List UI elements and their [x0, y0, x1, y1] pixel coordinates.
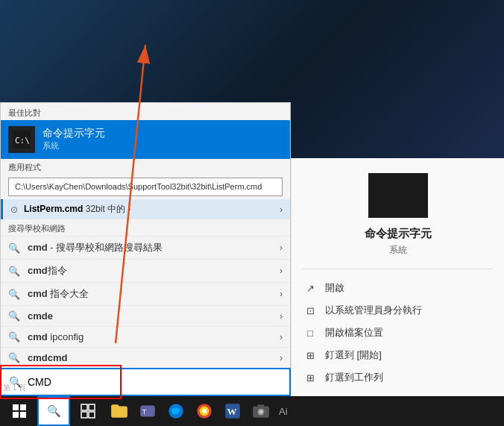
svg-point-18: [259, 410, 262, 413]
detail-app-icon: [368, 173, 428, 218]
chevron-5: ›: [280, 353, 283, 363]
best-match-subtitle: 系統: [42, 140, 105, 151]
best-match-text: 命令提示字元 系統: [42, 127, 105, 151]
best-match-title: 命令提示字元: [42, 127, 105, 140]
detail-action-file-location[interactable]: □ 開啟檔案位置: [303, 322, 493, 344]
detail-title: 命令提示字元: [365, 227, 432, 241]
web-section-label: 搜尋學校和網路: [1, 219, 290, 236]
detail-divider: [303, 269, 493, 269]
detail-action-pin-taskbar-label: 釘選到工作列: [325, 371, 383, 384]
chevron-0: ›: [280, 242, 283, 253]
search-icon-1: 🔍: [8, 266, 20, 277]
taskbar-start-button[interactable]: [3, 396, 36, 426]
edge-icon: [166, 401, 186, 421]
detail-action-admin[interactable]: ⊡ 以系統管理員身分執行: [303, 299, 493, 322]
chevron-2: ›: [280, 289, 283, 299]
listperm-row[interactable]: ⊙ ListPerm.cmd 32bit 中的 - ›: [1, 199, 290, 219]
app-section-label: 應用程式: [1, 159, 290, 175]
best-match-label: 最佳比對: [1, 103, 290, 120]
svg-rect-19: [258, 404, 265, 407]
chevron-3: ›: [280, 311, 283, 322]
path-box: C:\Users\KayChen\Downloads\SupportTool32…: [8, 178, 283, 196]
taskbar-search-bar[interactable]: 🔍: [0, 368, 291, 396]
search-result-4[interactable]: 🔍 cmd ipconfig ›: [1, 326, 290, 347]
chrome-icon: [195, 401, 214, 421]
search-result-2[interactable]: 🔍 cmd 指令大全 ›: [1, 282, 290, 305]
detail-action-open-label: 開啟: [325, 281, 344, 295]
best-match-item[interactable]: C:\ 命令提示字元 系統: [1, 120, 290, 159]
search-result-5[interactable]: 🔍 cmdcmd ›: [1, 347, 290, 368]
cmd-icon-small: C:\: [8, 126, 35, 153]
taskbar-search-button[interactable]: 🔍: [37, 396, 70, 426]
taskbar: 🔍 T: [0, 396, 504, 426]
svg-point-13: [202, 409, 207, 414]
detail-panel: 命令提示字元 系統 ↗ 開啟 ⊡ 以系統管理員身分執行 □ 開啟檔案位置 ⊞ 釘…: [291, 158, 504, 396]
task-view-icon: [81, 404, 95, 419]
search-icon-0: 🔍: [8, 242, 20, 254]
search-result-text-2: cmd 指令大全: [28, 287, 89, 301]
svg-rect-6: [81, 412, 87, 418]
svg-text:W: W: [227, 406, 236, 417]
pin-taskbar-icon: ⊞: [303, 372, 318, 383]
chevron-1: ›: [280, 266, 283, 276]
taskbar-task-view-button[interactable]: [72, 396, 104, 426]
detail-action-pin-start-label: 釘選到 [開始]: [325, 348, 382, 362]
listperm-icon: ⊙: [10, 204, 18, 215]
search-result-0[interactable]: 🔍 cmd - 搜尋學校和網路搜尋結果 ›: [1, 236, 290, 259]
svg-rect-5: [89, 404, 95, 410]
search-result-text-3: cmde: [28, 310, 53, 322]
search-result-text-0: cmd - 搜尋學校和網路搜尋結果: [28, 241, 163, 254]
admin-icon: ⊡: [303, 305, 318, 316]
taskbar-edge[interactable]: [163, 398, 189, 425]
detail-action-admin-label: 以系統管理員身分執行: [325, 304, 422, 317]
search-result-text-5: cmdcmd: [28, 352, 67, 363]
ai-label: Ai: [279, 406, 288, 417]
folder-icon: [110, 401, 129, 421]
camera-icon: [251, 401, 271, 421]
listperm-name: ListPerm.cmd: [24, 204, 83, 214]
search-result-text-4: cmd ipconfig: [28, 331, 84, 342]
pin-start-icon: ⊞: [303, 350, 318, 361]
detail-action-open[interactable]: ↗ 開啟: [303, 277, 493, 299]
search-input[interactable]: [28, 376, 282, 388]
search-icon-4: 🔍: [8, 331, 20, 342]
detail-action-file-label: 開啟檔案位置: [325, 326, 383, 339]
search-result-1[interactable]: 🔍 cmd指令 ›: [1, 259, 290, 282]
listperm-chevron: ›: [280, 204, 283, 215]
taskbar-chrome[interactable]: [191, 398, 218, 425]
search-result-3[interactable]: 🔍 cmde ›: [1, 305, 290, 326]
desktop: 命令提示字元 系統 ↗ 開啟 ⊡ 以系統管理員身分執行 □ 開啟檔案位置 ⊞ 釘…: [0, 0, 504, 426]
chevron-4: ›: [280, 332, 283, 342]
search-icon-5: 🔍: [8, 352, 20, 363]
svg-text:T: T: [142, 407, 146, 416]
search-result-text-1: cmd指令: [28, 264, 67, 278]
listperm-text: ListPerm.cmd 32bit 中的 -: [24, 203, 130, 216]
page-number: 第 1 頁: [3, 383, 26, 393]
svg-text:C:\: C:\: [15, 136, 30, 145]
listperm-suffix: 32bit 中的 -: [86, 204, 131, 214]
windows-logo: [13, 404, 26, 418]
search-icon-2: 🔍: [8, 289, 20, 300]
svg-rect-7: [89, 412, 95, 418]
taskbar-camera[interactable]: [248, 398, 274, 425]
search-icon: 🔍: [47, 404, 61, 418]
detail-action-pin-taskbar[interactable]: ⊞ 釘選到工作列: [303, 366, 493, 389]
detail-subtitle: 系統: [389, 244, 407, 257]
start-menu-results: 最佳比對 C:\ 命令提示字元 系統 應用程式 C:\Users\KayChen…: [0, 102, 291, 368]
svg-rect-4: [81, 404, 87, 410]
teams-icon: T: [138, 401, 157, 421]
detail-action-pin-start[interactable]: ⊞ 釘選到 [開始]: [303, 344, 493, 366]
taskbar-teams[interactable]: T: [134, 398, 161, 425]
listperm-row-left: ⊙ ListPerm.cmd 32bit 中的 -: [10, 203, 130, 216]
open-icon: ↗: [303, 283, 318, 294]
taskbar-word[interactable]: W: [219, 398, 246, 425]
folder-open-icon: □: [303, 328, 318, 339]
search-icon-3: 🔍: [8, 310, 20, 322]
word-icon: W: [223, 401, 242, 421]
taskbar-explorer[interactable]: [106, 398, 133, 425]
